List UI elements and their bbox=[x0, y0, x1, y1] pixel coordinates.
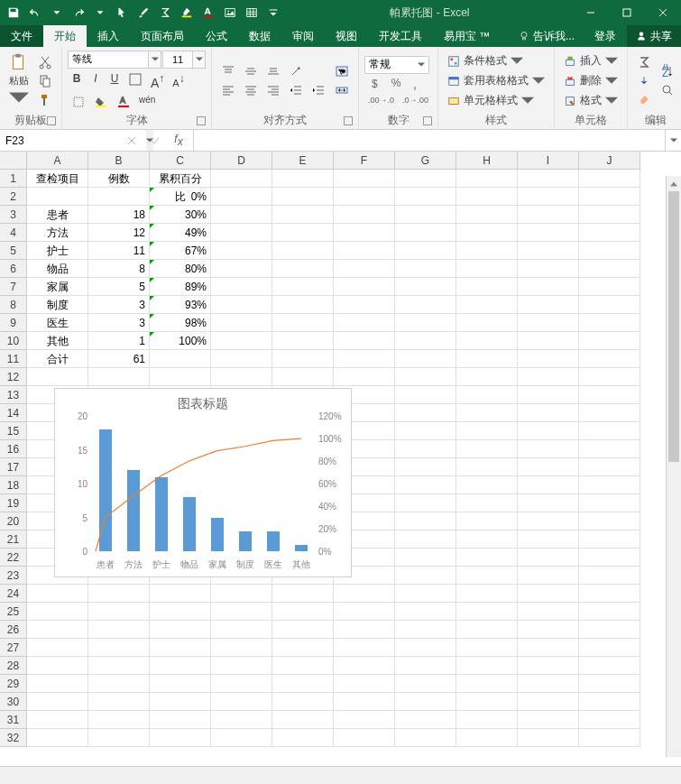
cell[interactable] bbox=[579, 621, 640, 639]
cell[interactable] bbox=[518, 494, 579, 512]
cell[interactable] bbox=[334, 585, 395, 603]
cell[interactable] bbox=[395, 188, 456, 206]
cell[interactable] bbox=[395, 729, 456, 747]
chevron-down-icon[interactable] bbox=[193, 51, 206, 69]
cell[interactable] bbox=[395, 278, 456, 296]
cell[interactable] bbox=[334, 260, 395, 278]
cell[interactable] bbox=[579, 657, 640, 675]
cell[interactable] bbox=[334, 729, 395, 747]
cell[interactable] bbox=[272, 260, 334, 278]
cell[interactable] bbox=[456, 530, 518, 549]
row-header[interactable]: 12 bbox=[0, 368, 27, 386]
cell[interactable] bbox=[211, 711, 272, 729]
cell[interactable] bbox=[518, 693, 579, 711]
cell[interactable] bbox=[27, 711, 88, 729]
cell[interactable] bbox=[518, 639, 579, 657]
cell[interactable] bbox=[88, 657, 150, 675]
cell[interactable] bbox=[211, 350, 272, 368]
shrink-font-button[interactable]: A↓ bbox=[169, 70, 188, 92]
cell[interactable] bbox=[579, 260, 640, 278]
cell[interactable] bbox=[27, 368, 88, 386]
font-color-button[interactable] bbox=[113, 93, 134, 111]
cell[interactable] bbox=[518, 530, 579, 549]
cell[interactable] bbox=[211, 242, 272, 260]
row-header[interactable]: 3 bbox=[0, 206, 27, 224]
column-header[interactable]: C bbox=[150, 152, 211, 170]
align-left-button[interactable] bbox=[217, 81, 239, 99]
font-size-input[interactable] bbox=[162, 51, 193, 69]
row-header[interactable]: 19 bbox=[0, 494, 27, 512]
conditional-formatting-button[interactable]: 条件格式 bbox=[444, 51, 548, 70]
cell[interactable] bbox=[579, 350, 640, 368]
cell[interactable] bbox=[395, 494, 456, 512]
row-header[interactable]: 27 bbox=[0, 639, 27, 657]
row-header[interactable]: 7 bbox=[0, 278, 27, 296]
cell[interactable] bbox=[395, 621, 456, 639]
row-header[interactable]: 4 bbox=[0, 224, 27, 242]
cell[interactable] bbox=[395, 585, 456, 603]
cell[interactable] bbox=[272, 639, 334, 657]
cell[interactable]: 查检项目 bbox=[27, 170, 88, 188]
cell[interactable] bbox=[456, 639, 518, 657]
expand-formula-bar[interactable] bbox=[665, 130, 681, 151]
cell[interactable] bbox=[518, 224, 579, 242]
cell[interactable]: 67% bbox=[150, 242, 211, 260]
cell[interactable] bbox=[395, 422, 456, 440]
cell[interactable] bbox=[518, 296, 579, 314]
cell[interactable] bbox=[211, 206, 272, 224]
cell[interactable] bbox=[27, 639, 88, 657]
cell[interactable]: 0% bbox=[150, 188, 211, 206]
column-header[interactable]: B bbox=[88, 152, 150, 170]
cell[interactable]: 8 bbox=[88, 260, 150, 278]
cell[interactable] bbox=[334, 170, 395, 188]
cell[interactable]: 80% bbox=[150, 260, 211, 278]
cell[interactable] bbox=[456, 549, 518, 567]
cell[interactable] bbox=[334, 206, 395, 224]
cell[interactable] bbox=[395, 530, 456, 549]
cell[interactable] bbox=[456, 675, 518, 693]
cell[interactable] bbox=[518, 458, 579, 476]
cell[interactable]: 家属 bbox=[27, 278, 88, 296]
cell[interactable] bbox=[150, 621, 211, 639]
cell[interactable] bbox=[579, 693, 640, 711]
cell[interactable] bbox=[395, 567, 456, 585]
cell[interactable] bbox=[456, 260, 518, 278]
cell[interactable] bbox=[150, 675, 211, 693]
cell[interactable] bbox=[579, 368, 640, 386]
sum-icon[interactable] bbox=[155, 3, 175, 23]
login-link[interactable]: 登录 bbox=[584, 25, 627, 47]
fill-button[interactable] bbox=[633, 72, 655, 90]
horizontal-scroll-area[interactable] bbox=[0, 766, 681, 784]
cell[interactable] bbox=[272, 603, 334, 621]
comma-button[interactable]: , bbox=[406, 75, 424, 93]
cell[interactable] bbox=[579, 567, 640, 585]
cell[interactable]: 方法 bbox=[27, 224, 88, 242]
row-header[interactable]: 16 bbox=[0, 440, 27, 458]
cell[interactable] bbox=[272, 350, 334, 368]
tab-addon[interactable]: 易用宝 ™ bbox=[433, 25, 501, 47]
cell[interactable] bbox=[579, 332, 640, 350]
cell[interactable] bbox=[150, 711, 211, 729]
cell[interactable] bbox=[272, 621, 334, 639]
cell[interactable] bbox=[150, 639, 211, 657]
row-header[interactable]: 31 bbox=[0, 711, 27, 729]
cell[interactable] bbox=[150, 585, 211, 603]
cell[interactable] bbox=[272, 711, 334, 729]
cell[interactable]: 物品 bbox=[27, 260, 88, 278]
cell[interactable] bbox=[518, 476, 579, 494]
cell[interactable] bbox=[334, 711, 395, 729]
cell[interactable] bbox=[88, 585, 150, 603]
column-header[interactable]: G bbox=[395, 152, 456, 170]
cell[interactable]: 3 bbox=[88, 314, 150, 332]
align-bottom-button[interactable] bbox=[262, 62, 284, 80]
cell[interactable] bbox=[395, 170, 456, 188]
row-header[interactable]: 32 bbox=[0, 729, 27, 747]
cell[interactable] bbox=[88, 621, 150, 639]
decrease-indent-button[interactable] bbox=[285, 81, 307, 99]
cell[interactable] bbox=[334, 621, 395, 639]
cell[interactable] bbox=[518, 278, 579, 296]
format-as-table-button[interactable]: 套用表格格式 bbox=[444, 71, 548, 90]
tab-data[interactable]: 数据 bbox=[238, 25, 281, 47]
increase-indent-button[interactable] bbox=[308, 81, 329, 99]
cell[interactable] bbox=[334, 350, 395, 368]
